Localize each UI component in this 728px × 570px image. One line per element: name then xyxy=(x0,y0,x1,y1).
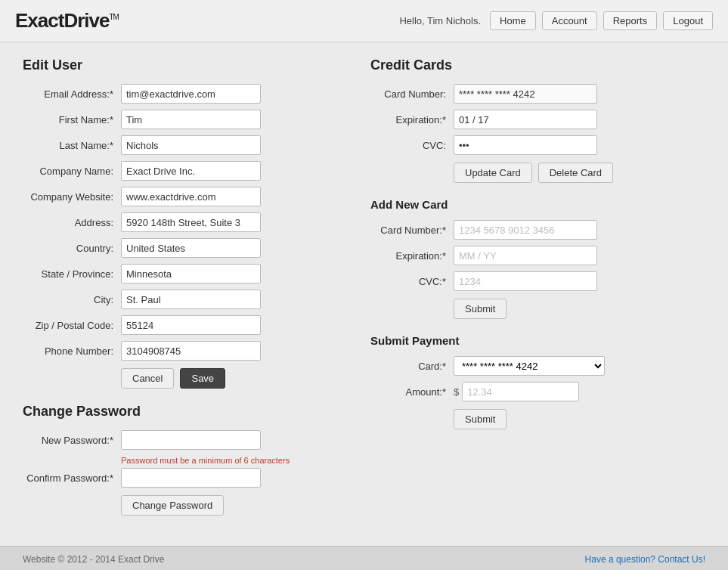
new-card-cvc-label: CVC:* xyxy=(370,276,454,287)
main-content: Edit User Email Address:* First Name:* L… xyxy=(0,42,728,546)
save-button[interactable]: Save xyxy=(180,368,225,389)
website-row: Company Website: xyxy=(23,187,340,206)
new-card-number-input[interactable] xyxy=(454,220,597,240)
add-card-buttons: Submit xyxy=(454,299,688,319)
new-card-cvc-row: CVC:* xyxy=(370,271,688,291)
cc-number-row: Card Number: **** **** **** 4242 xyxy=(370,84,688,104)
website-input[interactable] xyxy=(121,187,261,206)
payment-card-select[interactable]: **** **** **** 4242 xyxy=(454,356,605,376)
header: ExactDriveTM Hello, Tim Nichols. Home Ac… xyxy=(0,0,728,42)
city-row: City: xyxy=(23,290,340,309)
header-right: Hello, Tim Nichols. Home Account Reports… xyxy=(399,11,713,30)
first-name-label: First Name:* xyxy=(23,114,121,125)
change-password-button[interactable]: Change Password xyxy=(121,495,224,516)
new-card-expiration-input[interactable] xyxy=(454,246,597,265)
first-name-input[interactable] xyxy=(121,110,261,129)
state-label: State / Province: xyxy=(23,268,121,280)
payment-card-row: Card:* **** **** **** 4242 xyxy=(370,356,688,376)
cc-buttons: Update Card Delete Card xyxy=(454,163,688,183)
city-label: City: xyxy=(23,294,121,305)
city-input[interactable] xyxy=(121,290,261,309)
credit-cards-section: Credit Cards Card Number: **** **** ****… xyxy=(370,57,688,183)
payment-buttons: Submit xyxy=(454,409,688,429)
payment-submit-button[interactable]: Submit xyxy=(454,409,507,429)
email-row: Email Address:* xyxy=(23,84,340,104)
edit-user-buttons: Cancel Save xyxy=(121,368,340,389)
cc-expiration-label: Expiration:* xyxy=(370,114,454,125)
payment-amount-row: Amount:* $ xyxy=(370,382,688,401)
amount-prefix: $ xyxy=(454,386,459,398)
website-label: Company Website: xyxy=(23,191,121,203)
add-new-card-section: Add New Card Card Number:* Expiration:* … xyxy=(370,198,688,319)
payment-amount-input[interactable] xyxy=(462,382,579,401)
cc-number-label: Card Number: xyxy=(370,88,454,100)
last-name-label: Last Name:* xyxy=(23,140,121,151)
last-name-row: Last Name:* xyxy=(23,135,340,155)
cc-expiration-input[interactable] xyxy=(454,110,597,129)
zip-row: Zip / Postal Code: xyxy=(23,315,340,335)
confirm-password-row: Confirm Password:* xyxy=(23,468,340,488)
footer-copyright: Website © 2012 - 2014 Exact Drive xyxy=(23,554,164,565)
new-card-expiration-row: Expiration:* xyxy=(370,246,688,265)
cc-cvc-row: CVC: xyxy=(370,135,688,155)
country-row: Country: xyxy=(23,238,340,258)
cc-expiration-row: Expiration:* xyxy=(370,110,688,129)
logo: ExactDriveTM xyxy=(15,9,119,33)
new-card-number-row: Card Number:* xyxy=(370,220,688,240)
new-card-number-label: Card Number:* xyxy=(370,225,454,236)
new-password-label: New Password:* xyxy=(23,435,121,446)
zip-label: Zip / Postal Code: xyxy=(23,320,121,331)
address-input[interactable] xyxy=(121,212,261,232)
state-row: State / Province: xyxy=(23,264,340,283)
logout-button[interactable]: Logout xyxy=(663,11,713,30)
email-label: Email Address:* xyxy=(23,88,121,100)
add-new-card-title: Add New Card xyxy=(370,198,688,211)
greeting: Hello, Tim Nichols. xyxy=(399,15,481,26)
phone-label: Phone Number: xyxy=(23,345,121,357)
company-input[interactable] xyxy=(121,161,261,181)
add-card-submit-button[interactable]: Submit xyxy=(454,299,507,319)
cc-number-display: **** **** **** 4242 xyxy=(454,84,597,104)
confirm-password-label: Confirm Password:* xyxy=(23,472,121,484)
change-password-title: Change Password xyxy=(23,404,340,420)
phone-input[interactable] xyxy=(121,341,261,361)
delete-card-button[interactable]: Delete Card xyxy=(538,163,613,183)
right-column: Credit Cards Card Number: **** **** ****… xyxy=(370,57,688,531)
new-card-expiration-label: Expiration:* xyxy=(370,250,454,262)
country-input[interactable] xyxy=(121,238,261,258)
state-input[interactable] xyxy=(121,264,261,283)
address-row: Address: xyxy=(23,212,340,232)
cc-cvc-label: CVC: xyxy=(370,140,454,151)
email-input[interactable] xyxy=(121,84,261,104)
reports-button[interactable]: Reports xyxy=(603,11,658,30)
logo-text: ExactDrive xyxy=(15,9,109,32)
update-card-button[interactable]: Update Card xyxy=(454,163,532,183)
account-button[interactable]: Account xyxy=(542,11,597,30)
contact-link[interactable]: Have a question? Contact Us! xyxy=(585,554,705,565)
confirm-password-input[interactable] xyxy=(121,468,261,488)
home-button[interactable]: Home xyxy=(490,11,536,30)
last-name-input[interactable] xyxy=(121,135,261,155)
payment-card-label: Card:* xyxy=(370,361,454,372)
edit-user-section: Edit User Email Address:* First Name:* L… xyxy=(23,57,340,389)
submit-payment-section: Submit Payment Card:* **** **** **** 424… xyxy=(370,334,688,429)
first-name-row: First Name:* xyxy=(23,110,340,129)
edit-user-title: Edit User xyxy=(23,57,340,73)
change-password-buttons: Change Password xyxy=(121,495,340,516)
zip-input[interactable] xyxy=(121,315,261,335)
company-label: Company Name: xyxy=(23,166,121,177)
new-password-input[interactable] xyxy=(121,430,261,450)
address-label: Address: xyxy=(23,217,121,228)
company-row: Company Name: xyxy=(23,161,340,181)
credit-cards-title: Credit Cards xyxy=(370,57,688,73)
new-password-row: New Password:* xyxy=(23,430,340,450)
logo-tm: TM xyxy=(109,13,118,21)
payment-amount-label: Amount:* xyxy=(370,386,454,398)
cancel-button[interactable]: Cancel xyxy=(121,368,174,389)
phone-row: Phone Number: xyxy=(23,341,340,361)
new-card-cvc-input[interactable] xyxy=(454,271,597,291)
cc-cvc-input[interactable] xyxy=(454,135,597,155)
left-column: Edit User Email Address:* First Name:* L… xyxy=(23,57,340,531)
country-label: Country: xyxy=(23,243,121,254)
change-password-section: Change Password New Password:* Password … xyxy=(23,404,340,516)
